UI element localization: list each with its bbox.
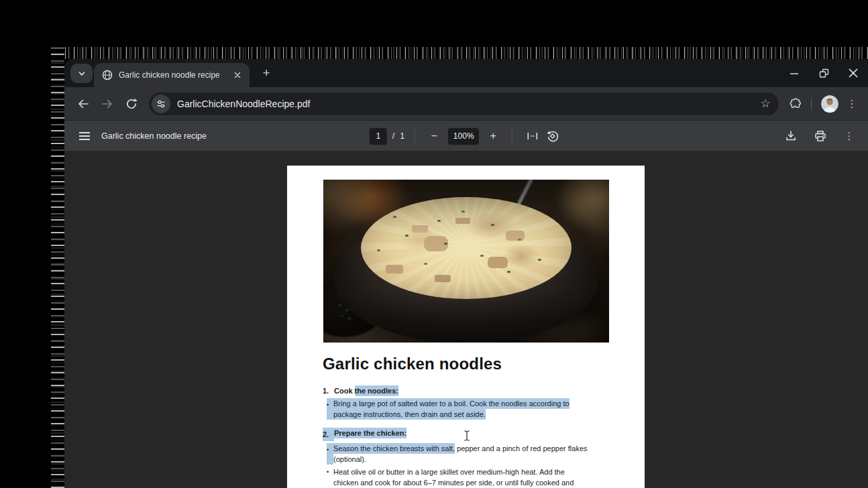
reload-icon — [125, 97, 138, 111]
window-minimize-button[interactable] — [789, 68, 800, 78]
pdf-right-controls: ⋮ — [781, 121, 859, 151]
address-bar[interactable]: GarlicChickenNoodleRecipe.pdf ☆ — [149, 93, 779, 115]
pdf-document-title: Garlic chicken noodle recipe — [101, 131, 207, 141]
globe-favicon-icon — [102, 70, 113, 80]
avatar-photo — [821, 95, 838, 113]
print-icon — [814, 129, 827, 143]
toolbar-divider — [415, 129, 415, 143]
reload-button[interactable] — [119, 92, 144, 116]
puzzle-piece-icon — [789, 97, 802, 110]
fit-to-width-button[interactable] — [523, 126, 543, 146]
extensions-button[interactable] — [784, 93, 806, 115]
photo-vignette — [323, 180, 609, 343]
recipe-photo — [323, 180, 609, 343]
tune-sliders-icon — [156, 99, 166, 109]
hamburger-icon — [79, 132, 90, 140]
list-marker: • — [327, 467, 333, 488]
list-marker: 1. — [323, 385, 334, 396]
minimize-icon — [790, 68, 799, 78]
list-item-text: Bring a large pot of salted water to a b… — [333, 398, 604, 420]
page-number-input[interactable] — [370, 128, 387, 145]
pdf-center-controls: / 1 − 100% + — [370, 121, 563, 151]
recipe-bullet-item[interactable]: •Bring a large pot of salted water to a … — [323, 398, 604, 420]
download-icon — [784, 129, 798, 143]
tab-title: Garlic chicken noodle recipe — [119, 70, 231, 80]
text-cursor-ibeam — [463, 430, 471, 442]
list-item-text: Heat olive oil or butter in a large skil… — [333, 467, 604, 488]
close-icon — [234, 72, 241, 78]
site-settings-button[interactable] — [152, 95, 170, 113]
restore-icon — [819, 68, 829, 78]
recipe-step-heading[interactable]: 1.Cook the noodles: — [323, 385, 604, 396]
list-marker: • — [327, 443, 333, 465]
zoom-in-button[interactable]: + — [484, 127, 502, 145]
recipe-heading: Garlic chicken noodles — [323, 355, 502, 373]
tab-close-button[interactable] — [231, 68, 244, 82]
window-close-button[interactable] — [848, 68, 859, 78]
tab-search-button[interactable] — [70, 64, 93, 83]
screen: Garlic chicken noodle recipe + — [0, 0, 868, 488]
browser-toolbar: GarlicChickenNoodleRecipe.pdf ☆ ⋮ — [64, 87, 868, 120]
download-button[interactable] — [781, 126, 801, 146]
browser-menu-button[interactable]: ⋮ — [843, 94, 861, 114]
tab-strip: Garlic chicken noodle recipe + — [64, 59, 868, 87]
browser-window: Garlic chicken noodle recipe + — [64, 59, 868, 488]
page-separator: / — [392, 131, 394, 141]
profile-avatar[interactable] — [821, 95, 838, 113]
page-total: 1 — [400, 131, 404, 141]
zoom-level[interactable]: 100% — [448, 128, 479, 145]
pdf-more-options-button[interactable]: ⋮ — [840, 126, 859, 146]
back-button[interactable] — [71, 92, 95, 116]
forward-button[interactable] — [95, 92, 119, 116]
toolbar-divider — [512, 129, 512, 143]
rotate-ccw-icon — [546, 129, 559, 143]
new-tab-button[interactable]: + — [258, 65, 275, 82]
url-text[interactable]: GarlicChickenNoodleRecipe.pdf — [177, 99, 756, 109]
pdf-menu-button[interactable] — [73, 125, 96, 147]
fit-width-icon — [526, 129, 539, 143]
video-noise-top — [56, 47, 868, 59]
list-marker: 2. — [323, 428, 334, 441]
print-button[interactable] — [810, 126, 830, 146]
bookmark-star-button[interactable]: ☆ — [756, 95, 775, 113]
close-icon — [849, 68, 858, 78]
pdf-toolbar: Garlic chicken noodle recipe / 1 − 100% … — [64, 120, 868, 151]
pdf-page[interactable]: Garlic chicken noodles 1.Cook the noodle… — [287, 166, 645, 488]
list-item-text: Season the chicken breasts with salt, pe… — [333, 443, 604, 465]
zoom-out-button[interactable]: − — [425, 127, 443, 145]
back-arrow-icon — [76, 97, 90, 111]
tab-garlic-chicken-noodle-recipe[interactable]: Garlic chicken noodle recipe — [94, 63, 250, 87]
toolbar-right-group: ⋮ — [784, 93, 861, 115]
list-item-text: Cook the noodles: — [334, 385, 604, 396]
toolbar-divider — [811, 99, 812, 109]
pdf-viewer[interactable]: Garlic chicken noodles 1.Cook the noodle… — [64, 151, 868, 488]
forward-arrow-icon — [101, 97, 114, 111]
window-restore-button[interactable] — [818, 68, 829, 78]
recipe-bullet-item[interactable]: •Season the chicken breasts with salt, p… — [323, 443, 604, 465]
recipe-bullet-item[interactable]: •Heat olive oil or butter in a large ski… — [323, 467, 604, 488]
chevron-down-icon — [77, 69, 87, 78]
rotate-button[interactable] — [543, 126, 563, 146]
video-noise-left — [51, 47, 64, 488]
list-marker: • — [327, 398, 333, 420]
window-controls — [789, 59, 859, 87]
